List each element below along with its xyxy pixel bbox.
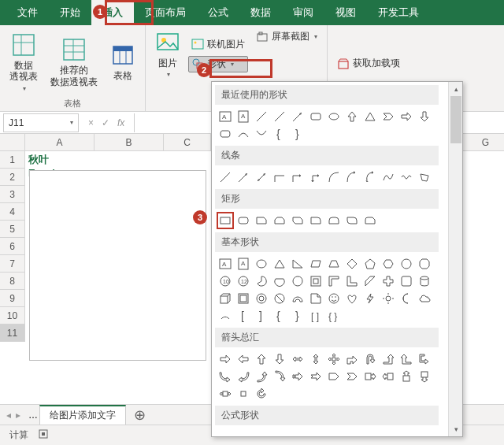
shape-hexagon[interactable] [381,257,395,271]
row-header[interactable]: 4 [0,203,25,221]
shape-plaque[interactable] [399,274,413,288]
shape-round-diag-rect[interactable] [345,213,359,228]
menu-developer[interactable]: 开发工具 [367,0,430,25]
shape-arrow-circular[interactable] [254,387,269,401]
shape-arrow-corner[interactable] [417,352,432,366]
shape-rounded-both[interactable] [218,127,232,141]
select-all-corner[interactable] [0,134,25,151]
shape-snip2-rect[interactable] [272,213,287,228]
menu-file[interactable]: 文件 [6,0,49,25]
menu-data[interactable]: 数据 [239,0,282,25]
shape-freeform[interactable] [381,170,395,184]
shape-curve-conn[interactable] [327,170,341,184]
shape-pie[interactable] [254,274,269,288]
shape-sun[interactable] [381,291,395,306]
shape-arrow-right[interactable] [399,109,413,124]
accept-icon[interactable]: ✓ [102,117,109,128]
shape-brackets[interactable]: [ ] [309,309,323,323]
shape-curve-arrow[interactable] [345,170,359,184]
shape-fold[interactable] [309,291,323,306]
shape-freeform-closed[interactable] [417,170,432,184]
sheet-tab-active[interactable]: 给图片添加文字 [39,405,126,425]
shape-teardrop[interactable] [291,274,305,288]
shape-cloud[interactable] [417,291,432,306]
shape-arrow-bent-up[interactable] [381,352,395,366]
shape-arrow-callout-quad[interactable] [236,387,250,401]
shape-chevron-r[interactable] [345,369,359,384]
shape-plus[interactable] [381,274,395,288]
row-header[interactable]: 7 [0,255,25,273]
shape-double-arrow[interactable] [254,170,269,184]
shape-brace-left[interactable]: { [272,127,287,141]
shape-oval[interactable] [327,109,341,124]
shape-half-frame[interactable] [327,274,341,288]
shape-textbox[interactable]: A [218,109,232,124]
menu-review[interactable]: 审阅 [282,0,324,25]
shape-arrow-curved-u[interactable] [254,369,269,384]
shape-trapezoid[interactable] [327,257,341,271]
shape-line[interactable] [272,109,287,124]
sheet-ellipsis[interactable]: … [28,410,38,421]
shape-right-triangle[interactable] [291,257,305,271]
name-box[interactable]: J11 ▾ [3,113,79,132]
shape-arrow-down[interactable] [417,109,432,124]
row-header[interactable]: 10 [0,307,25,324]
macro-record-icon[interactable] [38,428,49,442]
shape-textbox[interactable]: A [218,257,232,271]
row-header[interactable]: 8 [0,273,25,290]
shape-snip-rect[interactable] [254,213,269,228]
sheet-prev-icon[interactable]: ◂ [6,410,11,421]
shape-block-arrow-u[interactable] [254,352,269,366]
shape-frame[interactable] [309,274,323,288]
shape-no[interactable] [272,291,287,306]
shape-rectangle[interactable] [218,213,232,228]
row-header[interactable]: 11 [0,324,25,342]
col-header-b[interactable]: B [94,134,164,151]
picture-button[interactable]: 图片 ▾ [152,28,183,80]
row-header[interactable]: 3 [0,186,25,203]
shape-smiley[interactable] [327,291,341,306]
shape-round-one-rect[interactable] [309,213,323,228]
shape-arrow-uturn[interactable] [363,352,377,366]
shape-elbow-double[interactable] [309,170,323,184]
shape-curve[interactable] [254,127,269,141]
shape-heptagon[interactable] [399,257,413,271]
menu-view[interactable]: 视图 [324,0,367,25]
shape-elbow-arrow[interactable] [291,170,305,184]
shape-donut[interactable] [254,291,269,306]
pivot-table-button[interactable]: 数据 透视表 ▾ [6,31,41,94]
shape-dodecagon[interactable]: 12 [236,274,250,288]
shape-line[interactable] [254,109,269,124]
shape-braces[interactable]: { } [327,309,341,323]
shape-block-arrow-r[interactable] [218,352,232,366]
shape-arc[interactable] [236,127,250,141]
shape-round-two-rect[interactable] [327,213,341,228]
shape-brace-right[interactable]: } [291,127,305,141]
row-header[interactable]: 1 [0,151,25,169]
shape-chevron[interactable] [381,109,395,124]
scroll-thumb[interactable] [450,96,461,143]
shape-octagon[interactable] [417,257,432,271]
shape-brace-r[interactable]: } [291,309,305,323]
shape-rect[interactable] [309,109,323,124]
shape-pentagon[interactable] [363,257,377,271]
fx-icon[interactable]: fx [117,117,124,128]
shape-arrow-line[interactable] [291,109,305,124]
get-addins-button[interactable]: 获取加载项 [334,55,403,72]
shape-brace-l[interactable]: { [272,309,287,323]
shape-bracket-l[interactable]: [ [236,309,250,323]
shape-triangle[interactable] [272,257,287,271]
shape-arc2[interactable] [218,309,232,323]
shape-chord[interactable] [272,274,287,288]
shape-diag-stripe[interactable] [363,274,377,288]
shape-arrow-ud[interactable] [309,352,323,366]
shape-moon[interactable] [399,291,413,306]
shape-elbow[interactable] [272,170,287,184]
shape-arrow-bent[interactable] [345,352,359,366]
shape-block-arrow-d[interactable] [272,352,287,366]
scroll-up-icon[interactable]: ▴ [449,82,463,96]
new-sheet-button[interactable]: ⊕ [128,406,152,424]
shape-arrow-callout-lr[interactable] [218,387,232,401]
shape-curve-double[interactable] [363,170,377,184]
shape-parallelogram[interactable] [309,257,323,271]
